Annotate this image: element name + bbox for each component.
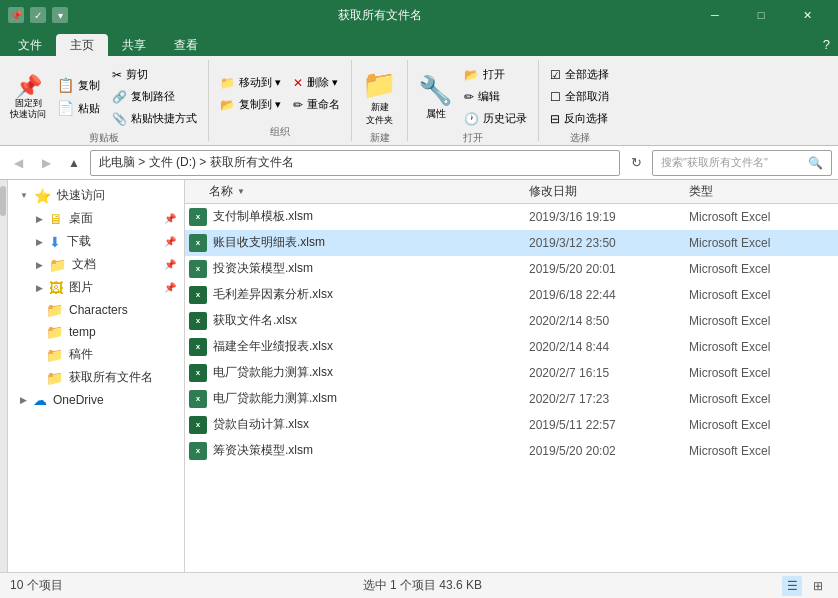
excel-icon-label: x bbox=[196, 420, 200, 429]
up-button[interactable]: ▲ bbox=[62, 151, 86, 175]
file-name: 电厂贷款能力测算.xlsx bbox=[213, 364, 333, 381]
table-row[interactable]: x 贷款自动计算.xlsx 2019/5/11 22:57 Microsoft … bbox=[185, 412, 838, 438]
select-none-button[interactable]: ☐ 全部取消 bbox=[545, 86, 614, 107]
column-header-type[interactable]: 类型 bbox=[689, 183, 834, 200]
sort-arrow: ▼ bbox=[237, 187, 245, 196]
new-folder-button[interactable]: 📁 新建文件夹 bbox=[358, 64, 401, 129]
column-header-date[interactable]: 修改日期 bbox=[529, 183, 689, 200]
table-row[interactable]: x 电厂贷款能力测算.xlsm 2020/2/7 17:23 Microsoft… bbox=[185, 386, 838, 412]
sidebar-item-downloads[interactable]: ▶ ⬇ 下载 📌 bbox=[8, 230, 184, 253]
file-cell-name: x 获取文件名.xlsx bbox=[189, 312, 529, 330]
file-cell-name: x 电厂贷款能力测算.xlsm bbox=[189, 390, 529, 408]
sidebar-item-temp[interactable]: 📁 temp bbox=[8, 321, 184, 343]
table-row[interactable]: x 福建全年业绩报表.xlsx 2020/2/14 8:44 Microsoft… bbox=[185, 334, 838, 360]
file-cell-name: x 电厂贷款能力测算.xlsx bbox=[189, 364, 529, 382]
details-view-button[interactable]: ☰ bbox=[782, 576, 802, 596]
close-button[interactable]: ✕ bbox=[784, 0, 830, 30]
pin-to-quick-access-button[interactable]: 📌 固定到快速访问 bbox=[6, 72, 50, 122]
tab-view[interactable]: 查看 bbox=[160, 34, 212, 56]
sidebar-item-quick-access[interactable]: ▼ ⭐ 快速访问 bbox=[8, 184, 184, 207]
desktop-label: 桌面 bbox=[69, 210, 93, 227]
pin-icon[interactable]: 📌 bbox=[8, 7, 24, 23]
excel-icon-label: x bbox=[196, 394, 200, 403]
file-date: 2020/2/7 17:23 bbox=[529, 392, 689, 406]
file-name: 投资决策模型.xlsm bbox=[213, 260, 313, 277]
paste-label: 粘贴 bbox=[78, 101, 100, 116]
table-row[interactable]: x 支付制单模板.xlsm 2019/3/16 19:19 Microsoft … bbox=[185, 204, 838, 230]
checkmark-icon[interactable]: ✓ bbox=[30, 7, 46, 23]
paste-button[interactable]: 📄 粘贴 bbox=[52, 98, 105, 119]
move-to-button[interactable]: 📁 移动到 ▾ bbox=[215, 72, 286, 93]
table-row[interactable]: x 电厂贷款能力测算.xlsx 2020/2/7 16:15 Microsoft… bbox=[185, 360, 838, 386]
title-bar: 📌 ✓ ▾ 获取所有文件名 ─ □ ✕ bbox=[0, 0, 838, 30]
desktop-arrow: ▶ bbox=[36, 214, 43, 224]
pictures-pin-icon: 📌 bbox=[164, 282, 176, 293]
sidebar-item-pictures[interactable]: ▶ 🖼 图片 📌 bbox=[8, 276, 184, 299]
help-button[interactable]: ? bbox=[815, 33, 838, 56]
properties-button[interactable]: 🔧 属性 bbox=[414, 70, 457, 123]
dropdown-icon[interactable]: ▾ bbox=[52, 7, 68, 23]
minimize-button[interactable]: ─ bbox=[692, 0, 738, 30]
table-row[interactable]: x 投资决策模型.xlsm 2019/5/20 20:01 Microsoft … bbox=[185, 256, 838, 282]
rename-button[interactable]: ✏ 重命名 bbox=[288, 94, 345, 115]
refresh-button[interactable]: ↻ bbox=[624, 151, 648, 175]
desktop-pin-icon: 📌 bbox=[164, 213, 176, 224]
quick-access-label: 快速访问 bbox=[57, 187, 105, 204]
file-date: 2019/5/20 20:01 bbox=[529, 262, 689, 276]
file-date: 2019/5/11 22:57 bbox=[529, 418, 689, 432]
sidebar-item-onedrive[interactable]: ▶ ☁ OneDrive bbox=[8, 389, 184, 411]
file-type: Microsoft Excel bbox=[689, 236, 834, 250]
table-row[interactable]: x 毛利差异因素分析.xlsx 2019/6/18 22:44 Microsof… bbox=[185, 282, 838, 308]
search-box[interactable]: 搜索"获取所有文件名" 🔍 bbox=[652, 150, 832, 176]
table-row[interactable]: x 账目收支明细表.xlsm 2019/3/12 23:50 Microsoft… bbox=[185, 230, 838, 256]
characters-label: Characters bbox=[69, 303, 128, 317]
copy-button[interactable]: 📋 复制 bbox=[52, 75, 105, 96]
cut-button[interactable]: ✂ 剪切 bbox=[107, 64, 202, 85]
paste-icon: 📄 bbox=[57, 101, 74, 115]
column-header-name[interactable]: 名称 ▼ bbox=[189, 183, 529, 200]
open-button[interactable]: 📂 打开 bbox=[459, 64, 532, 85]
characters-folder-icon: 📁 bbox=[46, 302, 63, 318]
col-name-label: 名称 bbox=[209, 183, 233, 200]
forward-button[interactable]: ▶ bbox=[34, 151, 58, 175]
search-icon: 🔍 bbox=[808, 156, 823, 170]
table-row[interactable]: x 筹资决策模型.xlsm 2019/5/20 20:02 Microsoft … bbox=[185, 438, 838, 464]
file-type: Microsoft Excel bbox=[689, 288, 834, 302]
large-icons-view-button[interactable]: ⊞ bbox=[808, 576, 828, 596]
delete-button[interactable]: ✕ 删除 ▾ bbox=[288, 72, 345, 93]
address-path[interactable]: 此电脑 > 文件 (D:) > 获取所有文件名 bbox=[90, 150, 620, 176]
tab-share[interactable]: 共享 bbox=[108, 34, 160, 56]
clipboard-label: 剪贴板 bbox=[89, 129, 119, 145]
tab-home[interactable]: 主页 bbox=[56, 34, 108, 56]
select-all-label: 全部选择 bbox=[565, 67, 609, 82]
back-button[interactable]: ◀ bbox=[6, 151, 30, 175]
select-label: 选择 bbox=[570, 129, 590, 145]
sidebar-item-drafts[interactable]: 📁 稿件 bbox=[8, 343, 184, 366]
select-all-button[interactable]: ☑ 全部选择 bbox=[545, 64, 614, 85]
cut-icon: ✂ bbox=[112, 68, 122, 82]
sidebar-item-desktop[interactable]: ▶ 🖥 桌面 📌 bbox=[8, 207, 184, 230]
paste-shortcut-button[interactable]: 📎 粘贴快捷方式 bbox=[107, 108, 202, 129]
window-controls: ─ □ ✕ bbox=[692, 0, 830, 30]
edit-button[interactable]: ✏ 编辑 bbox=[459, 86, 532, 107]
maximize-button[interactable]: □ bbox=[738, 0, 784, 30]
excel-icon: x bbox=[189, 364, 207, 382]
sidebar-scroll-thumb[interactable] bbox=[0, 186, 6, 216]
history-button[interactable]: 🕐 历史记录 bbox=[459, 108, 532, 129]
sidebar-item-characters[interactable]: 📁 Characters bbox=[8, 299, 184, 321]
table-row[interactable]: x 获取文件名.xlsx 2020/2/14 8:50 Microsoft Ex… bbox=[185, 308, 838, 334]
sidebar-item-documents[interactable]: ▶ 📁 文档 📌 bbox=[8, 253, 184, 276]
select-col: ☑ 全部选择 ☐ 全部取消 ⊟ 反向选择 bbox=[545, 64, 614, 129]
downloads-arrow: ▶ bbox=[36, 237, 43, 247]
sidebar-container: ▼ ⭐ 快速访问 ▶ 🖥 桌面 📌 ▶ ⬇ 下载 📌 ▶ 📁 文档 📌 bbox=[0, 180, 185, 572]
ribbon-group-clipboard: 📌 固定到快速访问 📋 复制 📄 粘贴 ✂ 剪切 🔗 bbox=[0, 60, 209, 141]
invert-selection-button[interactable]: ⊟ 反向选择 bbox=[545, 108, 614, 129]
file-type: Microsoft Excel bbox=[689, 262, 834, 276]
file-type: Microsoft Excel bbox=[689, 210, 834, 224]
copy-to-button[interactable]: 📂 复制到 ▾ bbox=[215, 94, 286, 115]
get-filenames-folder-icon: 📁 bbox=[46, 370, 63, 386]
copy-path-button[interactable]: 🔗 复制路径 bbox=[107, 86, 202, 107]
tab-file[interactable]: 文件 bbox=[4, 34, 56, 56]
file-cell-name: x 支付制单模板.xlsm bbox=[189, 208, 529, 226]
sidebar-item-get-filenames[interactable]: 📁 获取所有文件名 bbox=[8, 366, 184, 389]
